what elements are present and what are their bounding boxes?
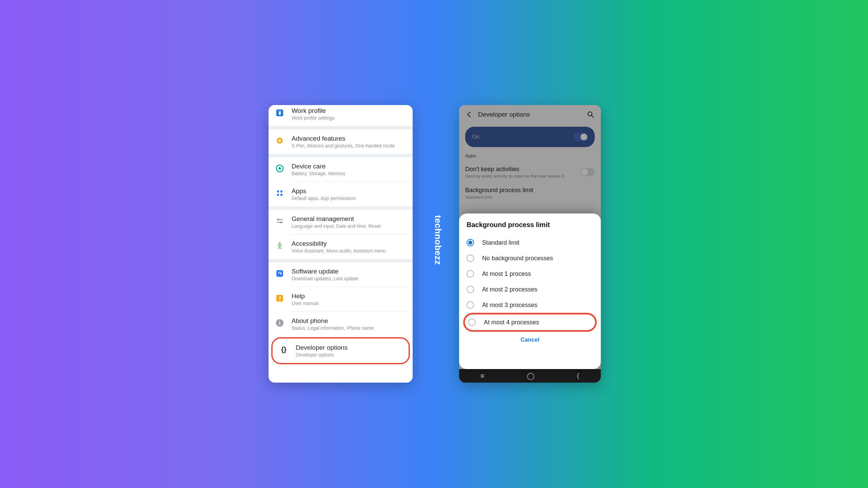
svg-point-3 [279, 140, 281, 142]
option-2-processes[interactable]: At most 2 processes [467, 282, 593, 297]
row-sub: Battery, Storage, Memory [292, 171, 407, 176]
svg-rect-20 [279, 322, 280, 325]
row-sub: S Pen, Motions and gestures, One-handed … [292, 143, 407, 148]
svg-point-6 [277, 190, 279, 192]
android-navbar: ≡ ◯ ⟨ [459, 369, 601, 383]
svg-text:?: ? [278, 296, 281, 301]
braces-icon: {} [279, 345, 289, 355]
svg-point-5 [278, 167, 281, 170]
radio-icon [467, 286, 474, 293]
option-label: At most 4 processes [484, 319, 539, 326]
developer-options-screen: Developer options On Apps Don't keep act… [459, 105, 601, 383]
radio-icon [467, 270, 474, 278]
row-accessibility[interactable]: AccessibilityVoice Assistant, Mono audio… [269, 235, 413, 259]
row-device-care[interactable]: Device careBattery, Storage, Memory [269, 157, 413, 182]
option-no-bg[interactable]: No background processes [467, 250, 593, 266]
row-help[interactable]: ? HelpUser manual [269, 287, 413, 311]
option-label: At most 3 processes [482, 302, 537, 309]
row-about-phone[interactable]: About phoneStatus, Legal information, Ph… [269, 312, 413, 336]
refresh-icon [275, 268, 285, 279]
radio-icon [467, 255, 474, 262]
help-icon: ? [275, 293, 285, 303]
row-sub: User manual [292, 301, 407, 306]
svg-point-7 [280, 190, 282, 192]
recents-icon[interactable]: ≡ [480, 372, 485, 380]
svg-point-9 [280, 194, 282, 196]
ring-icon [275, 163, 285, 174]
watermark: technobezz [433, 215, 443, 265]
row-sub: Language and input, Date and time, Reset [292, 223, 407, 229]
option-label: Standard limit [482, 239, 519, 246]
option-label: At most 2 processes [482, 286, 537, 293]
svg-point-13 [280, 221, 282, 223]
row-sub: Status, Legal information, Phone name [292, 325, 407, 331]
apps-icon [275, 188, 285, 198]
row-title: Work profile [292, 107, 407, 115]
row-sub: Voice Assistant, Mono audio, Assistant m… [292, 248, 407, 253]
row-advanced-features[interactable]: Advanced featuresS Pen, Motions and gest… [269, 129, 413, 154]
option-label: At most 1 process [482, 270, 531, 278]
row-title: Accessibility [292, 240, 407, 247]
option-label: No background processes [482, 255, 553, 262]
row-title: General management [292, 215, 407, 223]
back-nav-icon[interactable]: ⟨ [577, 372, 579, 380]
gear-icon [275, 136, 285, 146]
option-standard-limit[interactable]: Standard limit [467, 235, 593, 250]
row-title: Software update [292, 268, 407, 275]
row-general-management[interactable]: General managementLanguage and input, Da… [269, 210, 413, 234]
dialog-title: Background process limit [467, 221, 593, 229]
person-icon [275, 241, 285, 251]
sliders-icon [275, 216, 285, 226]
row-work-profile[interactable]: Work profileWork profile settings [269, 105, 413, 126]
row-title: About phone [292, 317, 407, 325]
bg-limit-dialog: Background process limit Standard limit … [459, 214, 601, 369]
info-icon [275, 318, 285, 328]
row-software-update[interactable]: Software updateDownload updates, Last up… [269, 262, 413, 287]
row-developer-options[interactable]: {} Developer optionsDeveloper options [273, 339, 409, 363]
svg-point-8 [277, 194, 279, 196]
settings-screen: Work profileWork profile settings Advanc… [269, 105, 413, 383]
home-icon[interactable]: ◯ [527, 372, 534, 380]
row-title: Help [292, 292, 407, 300]
row-sub: Download updates, Last update [292, 276, 407, 281]
option-1-process[interactable]: At most 1 process [467, 266, 593, 282]
highlight-developer-options: {} Developer optionsDeveloper options [271, 337, 410, 364]
row-sub: Default apps, App permissions [292, 196, 407, 201]
svg-rect-15 [276, 270, 283, 277]
cancel-button[interactable]: Cancel [467, 332, 593, 345]
lock-icon [275, 108, 285, 118]
row-sub: Developer options [296, 352, 402, 358]
option-4-processes[interactable]: At most 4 processes [463, 313, 597, 332]
row-apps[interactable]: AppsDefault apps, App permissions [269, 182, 413, 206]
option-3-processes[interactable]: At most 3 processes [467, 297, 593, 313]
radio-selected-icon [467, 239, 474, 246]
row-title: Developer options [296, 344, 402, 351]
row-title: Advanced features [292, 135, 407, 142]
radio-icon [468, 319, 476, 326]
row-sub: Work profile settings [292, 115, 407, 121]
svg-text:{}: {} [281, 346, 287, 353]
svg-point-19 [279, 321, 280, 322]
row-title: Device care [292, 163, 407, 170]
svg-point-12 [277, 219, 279, 221]
radio-icon [467, 301, 474, 309]
row-title: Apps [292, 187, 407, 195]
svg-rect-1 [279, 112, 281, 115]
